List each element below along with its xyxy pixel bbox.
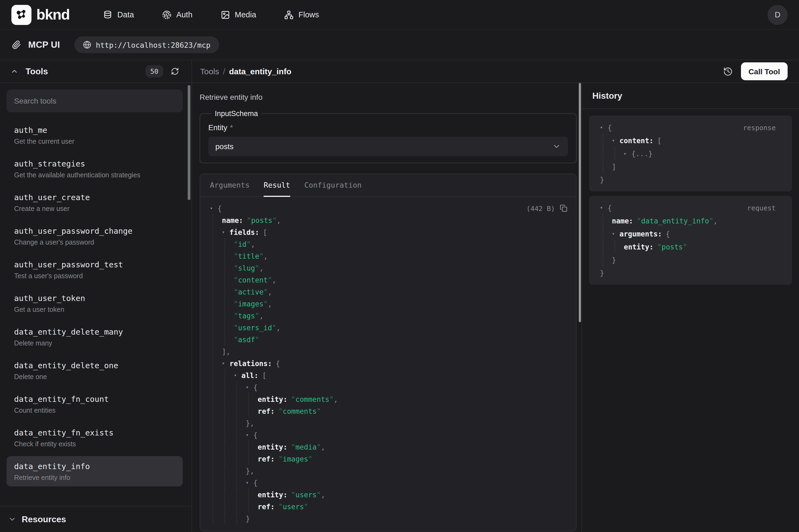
history-entry-type-label: response [743,124,776,132]
tool-name: data_entity_fn_count [14,394,175,404]
tab-row: ArgumentsResultConfiguration [200,174,576,197]
sidebar-item-data_entity_delete_one[interactable]: data_entity_delete_oneDelete one [6,355,183,385]
json-line: "tags", [201,310,576,322]
mcp-url: http://localhost:28623/mcp [96,40,210,49]
brand-wordmark[interactable]: bknd [36,6,70,23]
json-line: ], [201,345,576,357]
sidebar-item-auth_me[interactable]: auth_meGet the current user [6,120,183,150]
nav-item-data[interactable]: Data [103,10,134,19]
refresh-icon[interactable] [171,67,179,75]
entity-select[interactable]: posts [208,137,568,156]
tools-sidebar: auth_meGet the current userauth_strategi… [0,83,192,532]
breadcrumb: Tools / data_entity_info Call Tool [192,60,799,82]
nav-item-auth[interactable]: Auth [162,10,193,19]
json-line: "images", [201,298,576,310]
chevron-up-icon[interactable] [10,67,18,75]
top-nav: bknd DataAuthMediaFlows D [0,0,799,30]
json-line: name:"posts", [201,214,576,226]
history-icon[interactable] [723,66,733,76]
json-line: entity:"comments", [201,393,576,405]
tool-detail-panel: Retrieve entity info InputSchema Entity*… [192,83,582,532]
breadcrumb-tools-link[interactable]: Tools [200,67,219,76]
history-entry-request[interactable]: ▾{requestname:"data_entity_info",▾argume… [589,196,792,285]
json-line: "active", [201,286,576,298]
tool-list: auth_meGet the current userauth_strategi… [6,120,183,487]
tool-name: data_entity_info [14,461,175,471]
json-line: ▾relations:{ [201,357,576,369]
tool-description: Count entities [14,406,175,415]
tab-arguments[interactable]: Arguments [210,174,249,197]
breadcrumb-current-tool: data_entity_info [229,67,291,76]
nav-item-media[interactable]: Media [221,10,256,19]
entity-select-value: posts [215,142,233,151]
tab-result[interactable]: Result [264,174,290,197]
input-schema-legend: InputSchema [212,110,261,118]
bknd-logo-icon[interactable] [12,5,32,25]
call-tool-button[interactable]: Call Tool [741,62,787,80]
json-line: } [201,512,576,525]
nav-item-flows[interactable]: Flows [285,10,319,19]
json-line: ▾{(442 B) [201,202,576,214]
entity-field-label: Entity* [208,123,568,132]
json-line: ▾content:[ [591,134,784,147]
chevron-down-icon[interactable] [8,515,16,523]
sidebar-item-data_entity_fn_exists[interactable]: data_entity_fn_existsCheck if entity exi… [6,422,183,453]
history-entry-response[interactable]: ▾{response▾content:[▸{...}]} [589,115,792,191]
main-scrollbar[interactable] [579,83,581,322]
breadcrumb-separator: / [223,67,225,76]
json-line: ▾{response [591,121,784,134]
tool-name: auth_user_create [14,192,175,202]
json-line: name:"data_entity_info", [591,214,784,227]
tab-configuration[interactable]: Configuration [304,174,362,197]
mcp-bar: MCP UI http://localhost:28623/mcp [0,30,799,60]
tool-name: data_entity_delete_one [14,361,175,370]
json-line: ▸{...} [591,147,784,160]
search-input[interactable] [14,97,175,105]
json-line: }, [201,465,576,477]
sidebar-item-data_entity_delete_many[interactable]: data_entity_delete_manyDelete many [6,322,183,352]
required-mark: * [230,123,233,132]
mcp-url-pill[interactable]: http://localhost:28623/mcp [74,36,219,53]
json-line: ] [591,160,784,173]
tools-scroll-area: auth_meGet the current userauth_strategi… [0,83,191,506]
sidebar-item-auth_user_password_change[interactable]: auth_user_password_changeChange a user's… [6,221,183,251]
json-line: "title", [201,250,576,262]
tool-description: Change a user's password [14,238,175,247]
app-root: bknd DataAuthMediaFlows D MCP UI http://… [0,0,799,532]
json-line: } [591,266,784,279]
collapse-toggle-icon[interactable]: ▾ [600,205,608,210]
sidebar-item-auth_user_token[interactable]: auth_user_tokenGet a user token [6,288,183,318]
database-icon [103,10,113,19]
sidebar-item-auth_user_password_test[interactable]: auth_user_password_testTest a user's pas… [6,254,183,285]
history-panel: History ▾{response▾content:[▸{...}]}▾{re… [582,83,799,532]
collapse-toggle-icon[interactable]: ▾ [210,206,217,211]
sidebar-item-auth_user_create[interactable]: auth_user_createCreate a new user [6,187,183,217]
sidebar-item-auth_strategies[interactable]: auth_strategiesGet the available authent… [6,153,183,184]
json-line: ▾all:[ [201,369,576,381]
json-line: "asdf" [201,334,576,345]
sidebar-item-data_entity_info[interactable]: data_entity_infoRetrieve entity info [6,456,183,487]
tool-name: data_entity_fn_exists [14,428,175,438]
sidebar-scrollbar[interactable] [188,85,190,200]
sidebar-item-data_entity_fn_count[interactable]: data_entity_fn_countCount entities [6,389,183,419]
image-icon [221,10,230,19]
tool-name: data_entity_delete_many [14,327,175,337]
resources-section-header[interactable]: Resources [0,506,191,532]
collapse-toggle-icon[interactable]: ▾ [600,125,608,130]
json-line: ▾arguments:{ [591,227,784,240]
tool-description: Get the current user [14,137,175,146]
json-line: ref:"comments" [201,405,576,417]
result-size-label: (442 B) [527,204,555,212]
result-card: ArgumentsResultConfiguration ▾{(442 B)na… [199,173,577,531]
nav-item-label: Media [235,10,256,19]
copy-icon[interactable] [560,205,567,212]
body-row: auth_meGet the current userauth_strategi… [0,83,799,532]
user-avatar[interactable]: D [767,5,787,25]
json-line: ▾{ [201,477,576,489]
tools-panel-title: Tools [25,66,48,76]
json-line: ▾{ [201,429,576,441]
tool-description: Delete many [14,339,175,348]
nav-item-label: Flows [299,10,319,19]
json-line: } [591,253,784,266]
input-schema-fieldset: InputSchema Entity* posts [199,110,577,163]
